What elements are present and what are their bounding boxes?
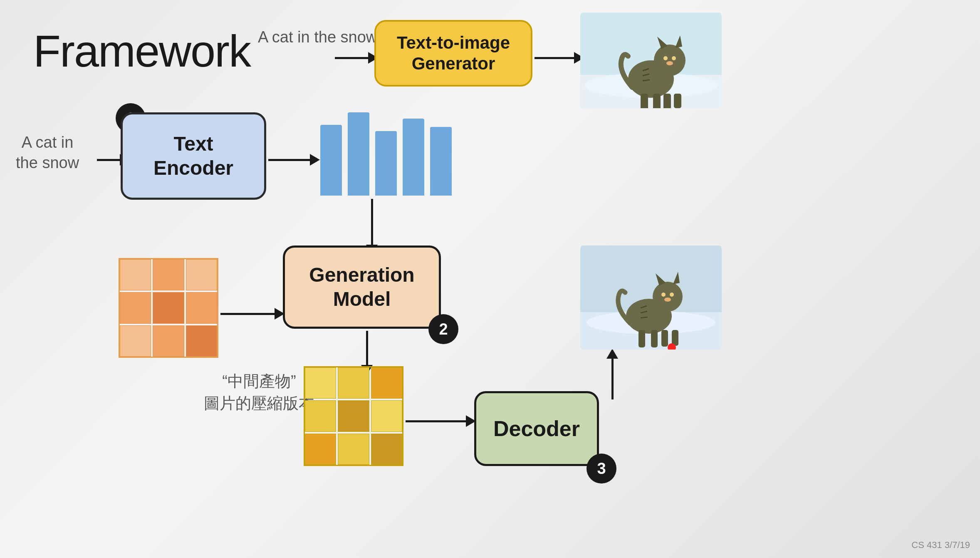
arrow-prompt-to-generator [335,52,378,64]
grid-cell [338,367,369,399]
input-image-grid [119,258,218,358]
bar-3 [375,131,397,196]
generation-model-box: Generation Model [283,246,441,329]
grid-cell [305,400,336,432]
arrow-ogrid-to-genmodel [220,308,285,320]
svg-rect-10 [641,94,648,108]
svg-point-9 [666,61,673,65]
svg-point-7 [663,56,668,60]
text-encoder-box: Text Encoder [121,112,266,200]
arrow-ygrid-to-decoder [406,415,476,427]
generator-box: Text-to-image Generator [374,20,532,87]
svg-point-25 [670,293,674,297]
grid-cell [120,325,151,357]
embedding-bars [320,112,452,196]
grid-cell [371,400,402,432]
page-title: Framework [33,25,250,77]
arrow-decoder-to-cat [606,349,618,399]
grid-cell [305,367,336,399]
grid-cell [120,292,151,323]
svg-point-26 [664,298,671,302]
bar-4 [403,119,424,196]
svg-rect-27 [638,330,645,347]
svg-point-24 [661,293,666,297]
bottom-cat-image [580,246,722,350]
arrow-encoder-to-bars [268,154,320,166]
grid-cell [186,259,217,290]
svg-rect-12 [663,94,671,108]
badge-3: 3 [587,454,616,484]
grid-cell [153,325,184,357]
grid-cell [371,434,402,465]
bar-5 [430,127,452,196]
arrow-generator-to-topcat [535,52,584,64]
svg-line-16 [643,80,650,81]
grid-cell [186,292,217,323]
bar-1 [320,125,342,196]
grid-cell [305,434,336,465]
watermark: CS 431 3/7/19 [911,540,970,551]
badge-2: 2 [428,314,458,344]
grid-cell [186,325,217,357]
grid-cell [338,434,369,465]
svg-rect-28 [651,330,658,347]
grid-cell [338,400,369,432]
mid-input-text: A cat in the snow [16,132,79,174]
grid-cell [371,367,402,399]
svg-rect-13 [674,94,681,108]
bar-2 [348,112,369,196]
chinese-label: “中間產物” 圖片的壓縮版本 [204,370,314,414]
grid-cell [120,259,151,290]
intermediate-grid [304,366,403,466]
decoder-box: Decoder [474,391,599,466]
slide: Framework A cat in the snow Text-to-imag… [0,0,980,558]
svg-point-8 [672,56,676,60]
grid-cell [153,292,184,323]
top-prompt-text: A cat in the snow [258,27,377,47]
grid-cell [153,259,184,290]
svg-point-4 [654,45,686,76]
top-cat-image [580,12,722,108]
svg-rect-29 [661,330,668,347]
svg-rect-11 [653,94,661,108]
svg-point-21 [653,282,683,312]
